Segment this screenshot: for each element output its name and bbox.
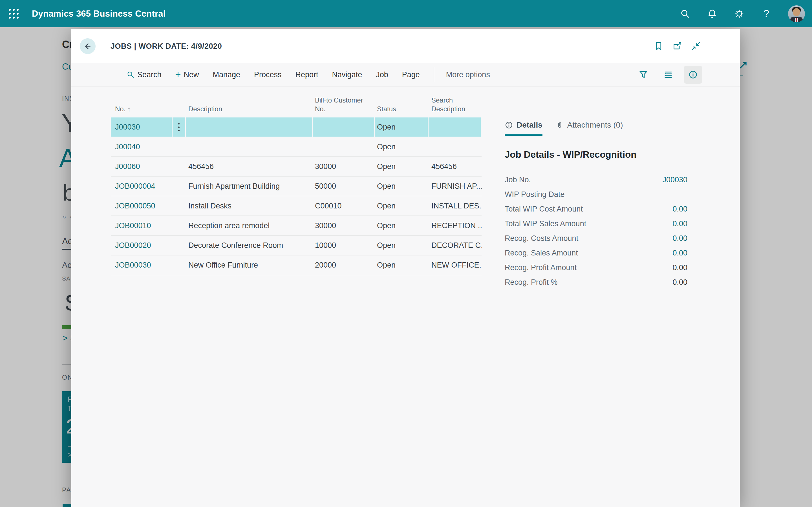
collapse-icon: [691, 41, 701, 51]
more-options-button[interactable]: More options: [446, 70, 490, 79]
table-row[interactable]: J00060 456456 30000 Open 456456: [111, 157, 481, 177]
cell-search-description: DECORATE C...: [428, 236, 481, 255]
factbox-field: Job No. J00030: [505, 172, 688, 187]
cell-billto: 30000: [313, 216, 375, 235]
field-label: Recog. Profit Amount: [505, 263, 576, 272]
open-in-new-window-button[interactable]: [672, 41, 682, 51]
cell-status: Open: [375, 177, 428, 196]
factbox-field: Total WIP Cost Amount 0.00: [505, 202, 688, 216]
table-row[interactable]: J00040 Open: [111, 137, 481, 157]
field-value-link[interactable]: 0.00: [672, 205, 688, 214]
column-header-billto[interactable]: Bill-to Customer No.: [313, 96, 375, 114]
list-search-button[interactable]: Search: [126, 70, 161, 79]
job-no-link[interactable]: JOB000050: [115, 202, 155, 210]
cell-status: Open: [375, 196, 428, 216]
field-value-link[interactable]: 0.00: [672, 249, 688, 258]
info-icon: [688, 70, 698, 79]
tab-details[interactable]: Details: [505, 121, 543, 136]
job-no-link[interactable]: J00030: [115, 123, 140, 131]
field-label: Total WIP Sales Amount: [505, 219, 586, 228]
process-label: Process: [254, 70, 282, 79]
more-options-label: More options: [446, 70, 490, 79]
job-no-link[interactable]: JOB00020: [115, 241, 151, 250]
sort-ascending-icon: ↑: [128, 105, 131, 113]
job-no-link[interactable]: JOB00010: [115, 221, 151, 230]
field-value-link[interactable]: 0.00: [672, 234, 688, 243]
cell-billto: 20000: [313, 256, 375, 275]
field-label: Job No.: [505, 175, 531, 184]
cell-billto: C00010: [313, 196, 375, 216]
job-no-link[interactable]: J00060: [115, 162, 140, 171]
bookmark-button[interactable]: [654, 41, 664, 51]
bookmark-icon: [654, 41, 663, 51]
table-row[interactable]: JOB000004 Furnish Apartment Building 500…: [111, 177, 481, 196]
job-no-link[interactable]: JOB000004: [115, 182, 155, 191]
cell-status: Open: [375, 117, 428, 136]
row-context-menu-icon[interactable]: [178, 123, 180, 131]
help-button[interactable]: ?: [761, 8, 772, 19]
toggle-factbox-button[interactable]: [684, 66, 702, 83]
column-header-search-description[interactable]: Search Description: [428, 96, 481, 114]
job-label: Job: [376, 70, 388, 79]
app-launcher-button[interactable]: [0, 0, 28, 27]
field-value: 0.00: [672, 263, 688, 272]
field-label: Total WIP Cost Amount: [505, 205, 583, 214]
factbox-field: WIP Posting Date: [505, 187, 688, 202]
menu-navigate[interactable]: Navigate: [332, 70, 362, 79]
filter-button[interactable]: [635, 66, 652, 83]
menu-job[interactable]: Job: [376, 70, 388, 79]
collapse-button[interactable]: [691, 41, 701, 51]
cell-status: Open: [375, 137, 428, 156]
field-value-link[interactable]: J00030: [662, 175, 688, 184]
cell-search-description: RECEPTION ...: [428, 216, 481, 235]
table-row[interactable]: JOB00020 Decorate Conference Room 10000 …: [111, 236, 481, 256]
field-label: Recog. Sales Amount: [505, 249, 578, 258]
menu-report[interactable]: Report: [296, 70, 318, 79]
action-bar: Search + New Manage Process Report Navig…: [71, 63, 740, 87]
bell-icon: [707, 9, 717, 19]
cell-status: Open: [375, 256, 428, 275]
details-tab-label: Details: [516, 121, 543, 129]
column-header-description[interactable]: Description: [186, 105, 313, 114]
user-avatar[interactable]: [788, 5, 805, 22]
table-row[interactable]: JOB00010 Reception area remodel 30000 Op…: [111, 216, 481, 236]
settings-button[interactable]: [734, 8, 745, 19]
paperclip-icon: [555, 121, 564, 129]
cell-status: Open: [375, 236, 428, 255]
field-value: 0.00: [672, 278, 688, 287]
menu-page[interactable]: Page: [402, 70, 420, 79]
notifications-button[interactable]: [707, 8, 718, 19]
factbox-field: Recog. Sales Amount 0.00: [505, 245, 688, 260]
field-label: WIP Posting Date: [505, 190, 565, 199]
cell-billto: 50000: [313, 177, 375, 196]
factbox-field: Recog. Profit Amount 0.00: [505, 260, 688, 275]
tab-attachments[interactable]: Attachments (0): [555, 121, 623, 134]
column-header-no[interactable]: No. ↑: [111, 105, 186, 114]
table-row[interactable]: JOB00030 New Office Furniture 20000 Open…: [111, 256, 481, 275]
job-no-link[interactable]: J00040: [115, 143, 140, 151]
toolbar-divider: [434, 67, 434, 82]
app-title: Dynamics 365 Business Central: [32, 9, 165, 19]
menu-manage[interactable]: Manage: [213, 70, 240, 79]
cell-billto: 10000: [313, 236, 375, 255]
factbox-heading: Job Details - WIP/Recognition: [505, 149, 688, 160]
back-button[interactable]: [80, 38, 96, 54]
table-row[interactable]: J00030 Open: [111, 117, 481, 137]
cell-description: Reception area remodel: [186, 216, 313, 235]
factbox-field: Total WIP Sales Amount 0.00: [505, 216, 688, 231]
cell-search-description: 456456: [428, 157, 481, 176]
new-label: New: [184, 70, 199, 79]
back-arrow-icon: [84, 42, 92, 50]
filter-icon: [639, 70, 648, 79]
column-header-status[interactable]: Status: [375, 105, 428, 114]
cell-search-description: [428, 117, 481, 136]
factbox-field: Recog. Profit % 0.00: [505, 275, 688, 290]
menu-process[interactable]: Process: [254, 70, 282, 79]
table-row[interactable]: JOB000050 Install Desks C00010 Open INST…: [111, 196, 481, 216]
global-search-button[interactable]: [680, 8, 691, 19]
job-no-link[interactable]: JOB00030: [115, 261, 151, 270]
list-view-button[interactable]: [659, 66, 677, 83]
new-button[interactable]: + New: [175, 70, 199, 79]
field-value-link[interactable]: 0.00: [672, 219, 688, 228]
table-header-row: No. ↑ Description Bill-to Customer No. S…: [111, 90, 481, 117]
